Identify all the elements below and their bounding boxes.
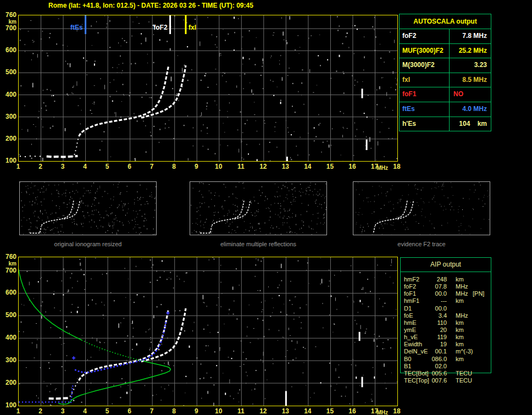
table-row: ymE 20 km bbox=[401, 327, 491, 334]
mini-F-trace-ordinary bbox=[375, 201, 407, 226]
y-tick-label: 760 bbox=[0, 11, 16, 19]
Es-F-connector bbox=[74, 138, 78, 155]
y-tick-label: 600 bbox=[0, 46, 16, 54]
parameter-value: 119 bbox=[411, 334, 447, 340]
parameter-value: 248 bbox=[411, 276, 447, 283]
page-title: Rome (lat: +41.8, lon: 012.5) - DATE: 20… bbox=[48, 2, 253, 9]
x-tick-label: 6 bbox=[124, 407, 135, 415]
aip-output-table: AIP output hmF2 248 km foF2 07.8 MHz foF… bbox=[400, 257, 491, 373]
thumbnail-original-ionogram bbox=[19, 181, 157, 235]
parameter-value: 25.2 MHz bbox=[450, 44, 491, 58]
parameter-value: 3.4 bbox=[411, 312, 447, 319]
parameter-label: foF1 bbox=[400, 87, 450, 102]
x-tick-label: 14 bbox=[302, 407, 313, 415]
table-row: hmF1 --- km bbox=[401, 297, 491, 305]
restored-trace bbox=[75, 320, 167, 373]
parameter-value: 005.6 bbox=[411, 370, 447, 377]
parameter-note: [PN] bbox=[473, 290, 484, 297]
x-tick-label: 13 bbox=[280, 163, 291, 170]
y-tick-label: 100 bbox=[0, 401, 16, 409]
table-row: foF1 NO bbox=[400, 87, 491, 102]
thumbnail-caption: eliminate multiple reflections bbox=[190, 241, 327, 247]
interference-artifact bbox=[362, 88, 363, 98]
x-tick-label: 11 bbox=[235, 163, 246, 170]
parameter-unit: km bbox=[456, 327, 464, 333]
parameter-unit: TECU bbox=[456, 377, 472, 384]
mini-Es-F-connector bbox=[210, 226, 212, 233]
y-tick-label: 700 bbox=[0, 267, 16, 274]
table-row: D1 00.0 bbox=[401, 305, 491, 312]
table-row: foF2 7.8 MHz bbox=[400, 29, 491, 44]
x-tick-label: 5 bbox=[102, 407, 113, 415]
parameter-unit: MHz bbox=[456, 312, 468, 319]
table-row: fxI 8.5 MHz bbox=[400, 73, 491, 88]
thumbnail-caption: evidence F2 trace bbox=[353, 241, 490, 247]
foF2-marker-label: foF2 bbox=[153, 24, 168, 31]
x-tick-label: 15 bbox=[324, 163, 335, 170]
parameter-label: M(3000)F2 bbox=[400, 58, 450, 73]
parameter-unit: TECU bbox=[456, 370, 472, 377]
parameter-label: ftEs bbox=[400, 102, 450, 117]
x-tick-label: 12 bbox=[258, 407, 269, 415]
x-tick-label: 3 bbox=[57, 163, 68, 170]
y-tick-label: 500 bbox=[0, 311, 16, 319]
x-tick-label: 18 bbox=[391, 163, 402, 170]
y-tick-label: 600 bbox=[0, 289, 16, 296]
parameter-unit: MHz bbox=[456, 283, 468, 290]
mini-F-trace-ordinary bbox=[212, 201, 244, 226]
x-tick-label: 5 bbox=[102, 163, 113, 170]
interference-artifact bbox=[286, 157, 288, 161]
table-row: foF2 07.8 MHz bbox=[401, 283, 491, 290]
fxI-marker-label: fxI bbox=[189, 24, 196, 31]
parameter-value: 007.6 bbox=[411, 377, 447, 384]
table-row: hmF2 248 km bbox=[401, 276, 491, 283]
thumbnail-canvas bbox=[190, 182, 326, 235]
noise-layer bbox=[356, 182, 489, 235]
profile-bottomside bbox=[58, 361, 170, 405]
parameter-unit: km bbox=[456, 334, 464, 340]
table-row: TEC[Bot] 005.6 TECU bbox=[401, 370, 491, 377]
mini-Es-trace bbox=[200, 233, 212, 234]
thumbnail-multiple-reflections-removed bbox=[190, 181, 327, 235]
parameter-label: foF2 bbox=[400, 29, 450, 43]
y-tick-label: 760 bbox=[0, 253, 16, 261]
x-tick-label: 4 bbox=[80, 163, 91, 170]
x-tick-label: 8 bbox=[169, 407, 180, 415]
parameter-value: 086.0 bbox=[411, 356, 447, 362]
x-axis-unit-label: MHz bbox=[376, 165, 388, 171]
parameter-unit: km bbox=[456, 341, 464, 347]
noise-layer bbox=[20, 182, 156, 235]
autoscala-output-table: AUTOSCALA output foF2 7.8 MHz MUF(3000)F… bbox=[399, 14, 491, 131]
parameter-value: 8.5 MHz bbox=[450, 73, 491, 87]
table-row: MUF(3000)F2 25.2 MHz bbox=[400, 44, 491, 59]
parameter-label: h'Es bbox=[400, 117, 450, 131]
thumbnail-canvas bbox=[20, 182, 156, 235]
x-tick-label: 10 bbox=[213, 163, 224, 170]
Es-trace bbox=[49, 398, 69, 399]
y-tick-label: 400 bbox=[0, 91, 16, 98]
parameter-value: 20 bbox=[411, 327, 447, 333]
parameter-value: 00.0 bbox=[411, 290, 447, 297]
ionogram-plot-bottom bbox=[18, 257, 398, 406]
parameter-value: 19 bbox=[411, 341, 447, 347]
x-tick-label: 16 bbox=[347, 407, 358, 415]
x-tick-label: 2 bbox=[35, 407, 46, 415]
profile-middle bbox=[81, 340, 143, 362]
table-row: TEC[Top] 007.6 TECU bbox=[401, 377, 491, 384]
x-tick-label: 3 bbox=[57, 407, 68, 415]
x-tick-label: 15 bbox=[324, 407, 335, 415]
parameter-value: 00.0 bbox=[411, 305, 447, 312]
ftEs-marker-label: ftEs bbox=[70, 24, 83, 31]
parameter-value: NO bbox=[450, 87, 491, 102]
table-row: foF1 00.0 MHz [PN] bbox=[401, 290, 491, 297]
parameter-value: 7.8 MHz bbox=[450, 29, 491, 43]
parameter-value: 110 bbox=[411, 319, 447, 326]
x-tick-label: 2 bbox=[35, 163, 46, 170]
aip-table-title: AIP output bbox=[401, 258, 491, 272]
x-tick-label: 9 bbox=[191, 407, 202, 415]
parameter-unit: MHz bbox=[456, 290, 468, 297]
x-tick-label: 7 bbox=[146, 407, 157, 415]
parameter-value: --- bbox=[411, 297, 447, 304]
table-row: ftEs 4.0 MHz bbox=[400, 102, 491, 117]
parameter-unit: km bbox=[456, 356, 464, 362]
